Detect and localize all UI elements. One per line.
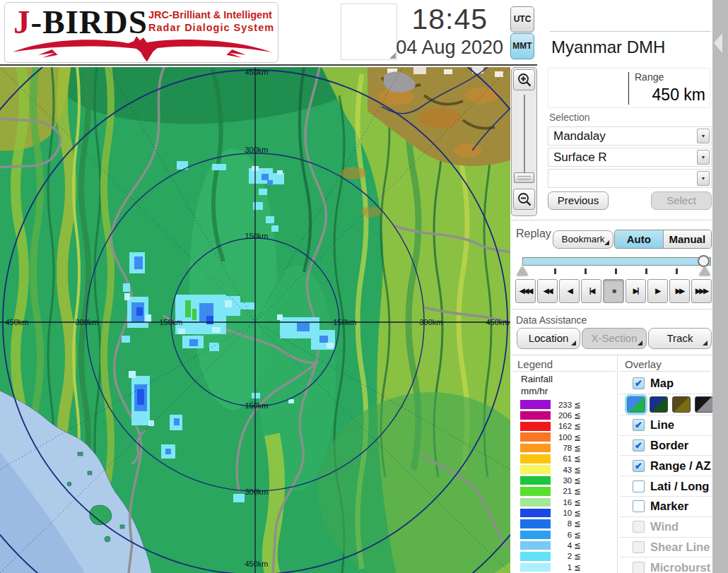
legend-value: 1 ≦ [551, 562, 581, 572]
checkbox[interactable] [633, 480, 645, 492]
utc-button[interactable]: UTC [510, 6, 534, 33]
slider-end-marker[interactable] [699, 266, 710, 276]
legend-swatch [520, 541, 551, 550]
legend-value: 100 ≦ [551, 432, 581, 442]
legend-value: 206 ≦ [551, 410, 581, 420]
overlay-item-label: Marker [650, 500, 688, 513]
legend-swatch [520, 444, 551, 453]
overlay-item-map: ✔Map [620, 373, 712, 394]
clock-date: 04 Aug 2020 [385, 37, 503, 59]
product-dropdown[interactable]: Surface R ▼ [548, 148, 712, 167]
x-section-button[interactable]: X-Section [582, 328, 647, 349]
slider-start-marker[interactable] [517, 266, 528, 276]
overlay-item-label: Lati / Long [650, 480, 709, 493]
checkbox[interactable] [633, 521, 645, 533]
legend-row: 6 ≦ [520, 529, 581, 540]
brand-tagline-1: JRC-Brilliant & Intelligent [148, 9, 272, 20]
overlay-item-shear-line: Shear Line [620, 537, 712, 557]
range-ring-label: 300km [245, 146, 268, 154]
checkbox[interactable]: ✔ [633, 439, 645, 451]
zoom-slider-track[interactable] [524, 95, 525, 175]
overlay-item-label: Wind [650, 520, 679, 533]
previous-button[interactable]: Previous [548, 191, 609, 210]
overlay-item-label: Range / AZ [650, 459, 711, 473]
range-ring-label: 450km [486, 318, 509, 326]
map-style-swatch[interactable] [650, 396, 668, 413]
checkbox[interactable] [633, 541, 645, 553]
replay-slider-thumb[interactable] [698, 255, 710, 267]
legend-value: 233 ≦ [551, 400, 581, 410]
legend-value: 78 ≦ [551, 443, 581, 453]
radar-map[interactable]: 450km300km150km150km300km450km450km300km… [0, 67, 510, 573]
legend-swatch [520, 432, 551, 442]
option-dropdown[interactable]: ▼ [548, 169, 712, 188]
fastest-forward-button[interactable]: ▶▶▶ [691, 279, 712, 303]
legend-row: 1 ≦ [520, 562, 581, 572]
overlay-item-label: Line [650, 418, 674, 432]
step-forward-button[interactable]: ▶| [626, 279, 646, 303]
legend-swatch [520, 411, 551, 420]
range-ring-label: 300km [245, 488, 268, 496]
zoom-slider-thumb[interactable] [514, 172, 534, 183]
track-button[interactable]: Track [648, 328, 712, 349]
overlay-item-label: Map [650, 377, 674, 390]
checkbox[interactable]: ✔ [633, 419, 645, 431]
step-back-button[interactable]: |◀ [581, 279, 601, 303]
select-button[interactable]: Select [651, 191, 712, 210]
section-divider [511, 309, 712, 309]
play-button[interactable]: ▶ [647, 279, 668, 303]
mmt-button[interactable]: MMT [510, 33, 534, 59]
bookmark-button[interactable]: Bookmark [553, 230, 613, 249]
legend-unit: mm/hr [521, 386, 548, 396]
checkbox[interactable]: ✔ [633, 377, 645, 389]
auto-button[interactable]: Auto [615, 230, 663, 248]
overlay-item-microburst: Microburst [620, 557, 712, 573]
panel-collapse-strip[interactable] [712, 0, 728, 573]
legend-value: 8 ≦ [551, 519, 581, 528]
map-style-swatch[interactable] [627, 396, 645, 413]
legend-row: 16 ≦ [520, 497, 581, 507]
playback-controls: ◀◀◀◀◀◀|◀■▶|▶▶▶▶▶▶ [515, 279, 712, 303]
zoom-in-button[interactable] [513, 69, 535, 90]
data-assistance-label: Data Assistance [516, 314, 587, 326]
slider-tick [554, 268, 556, 274]
legend-swatch [520, 400, 551, 409]
legend-row: 100 ≦ [520, 432, 581, 442]
legend-row: 30 ≦ [520, 475, 581, 485]
legend-row: 162 ≦ [520, 421, 581, 432]
checkbox[interactable] [633, 500, 645, 512]
manual-button[interactable]: Manual [663, 230, 712, 248]
chevron-down-icon[interactable]: ▼ [697, 171, 710, 186]
map-style-swatch[interactable] [695, 396, 713, 413]
replay-label: Replay [516, 228, 551, 240]
clock-time: 18:45 [396, 3, 488, 36]
magnifier-plus-icon [517, 72, 532, 88]
overlay-item-label: Microburst [650, 561, 710, 573]
slider-tick [676, 268, 678, 274]
range-ring-label: 150km [159, 318, 182, 326]
chevron-down-icon[interactable]: ▼ [697, 129, 710, 143]
fast-rewind-button[interactable]: ◀◀◀ [515, 279, 536, 303]
checkbox[interactable]: ✔ [633, 460, 645, 472]
legend-row: 21 ≦ [520, 486, 581, 497]
map-style-swatch[interactable] [672, 396, 691, 413]
fast-forward-button[interactable]: ▶▶ [669, 279, 690, 303]
rewind-button[interactable]: ◀◀ [537, 279, 558, 303]
legend-row: 78 ≦ [520, 442, 581, 453]
overlay-item-lati-long: Lati / Long [620, 475, 712, 496]
product-dropdown-value: Surface R [553, 148, 607, 166]
play-reverse-button[interactable]: ◀ [559, 279, 580, 303]
site-dropdown[interactable]: Mandalay ▼ [548, 126, 712, 146]
zoom-out-button[interactable] [513, 189, 535, 210]
legend-swatch [520, 422, 551, 431]
stop-button[interactable]: ■ [603, 279, 623, 303]
collapse-left-icon[interactable] [714, 33, 722, 53]
range-divider [628, 72, 629, 105]
replay-slider-track[interactable] [522, 257, 711, 266]
legend-value: 43 ≦ [551, 465, 581, 475]
location-button[interactable]: Location [517, 328, 580, 349]
checkbox[interactable] [633, 562, 645, 573]
chevron-down-icon[interactable]: ▼ [697, 150, 710, 165]
jbirds-logo: J-BIRDS JRC-Brilliant & Intelligent Rada… [4, 2, 278, 63]
range-ring-label: 150km [245, 401, 268, 410]
